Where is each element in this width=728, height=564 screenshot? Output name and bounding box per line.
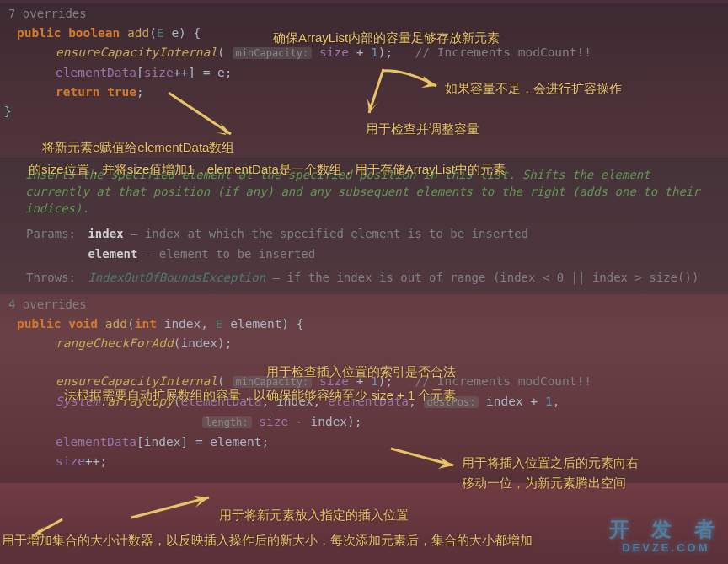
- operator: +: [356, 374, 364, 388]
- number: 1: [371, 374, 378, 388]
- code-line[interactable]: public boolean add(E e) {: [0, 24, 728, 43]
- number: 1: [545, 395, 553, 408]
- variable: index: [310, 415, 347, 428]
- dot: .: [99, 395, 107, 408]
- blank-line[interactable]: [0, 121, 728, 139]
- field-ref: elementData: [328, 395, 409, 408]
- arrow-icon: [125, 494, 217, 524]
- code-line[interactable]: }: [0, 102, 728, 121]
- comma: ,: [553, 395, 560, 408]
- annotation-text: 用于将新元素放入指定的插入位置: [219, 508, 409, 524]
- code-line[interactable]: rangeCheckForAdd(index);: [0, 334, 728, 353]
- keyword-void: void: [68, 317, 98, 330]
- keyword-public: public: [17, 26, 61, 40]
- paren: (: [217, 46, 225, 59]
- operator: ++: [174, 66, 188, 79]
- keyword-boolean: boolean: [68, 26, 120, 40]
- method-call: rangeCheckForAdd: [56, 336, 174, 350]
- operator: +: [356, 46, 364, 59]
- param: index: [164, 317, 201, 330]
- variable: index: [276, 395, 313, 408]
- semicolon: ;: [225, 66, 233, 79]
- field-ref: size: [259, 415, 288, 428]
- method-call: arraycopy: [107, 395, 174, 408]
- method-call: ensureCapacityInternal: [56, 374, 217, 388]
- keyword-int: int: [135, 317, 157, 330]
- doc-throws-desc: – if the index is out of range (: [265, 271, 500, 284]
- keyword-return: return: [56, 85, 99, 99]
- watermark-sub: DEVZE.COM: [609, 541, 723, 554]
- semicolon: ;: [261, 435, 269, 449]
- field-ref: size: [319, 374, 349, 388]
- paren: );: [347, 415, 361, 428]
- operator: =: [203, 66, 211, 79]
- bracket: ]: [188, 66, 195, 79]
- code-line[interactable]: elementData[size++] = e;: [0, 63, 728, 83]
- operator: +: [530, 395, 538, 408]
- code-editor[interactable]: 7 overrides public boolean add(E e) { en…: [0, 0, 728, 486]
- doc-description: Inserts the specified element at the spe…: [25, 168, 700, 215]
- keyword-public: public: [17, 317, 61, 330]
- comment: // Increments modCount!!: [415, 374, 592, 388]
- variable: index: [486, 395, 523, 408]
- param-hint: destPos:: [424, 396, 479, 408]
- paren: );: [378, 46, 393, 59]
- variable: index: [180, 336, 217, 350]
- code-line[interactable]: public void add(int index, E element) {: [0, 314, 728, 334]
- blank-line[interactable]: [0, 139, 728, 158]
- bracket: ]: [180, 435, 188, 449]
- method-call: ensureCapacityInternal: [56, 46, 217, 59]
- param: element: [230, 317, 281, 330]
- code-line[interactable]: size++;: [0, 452, 728, 471]
- comma: ,: [201, 317, 208, 330]
- doc-throws-label: Throws:: [25, 269, 76, 286]
- doc-param-desc: – index at which the specified element i…: [124, 227, 528, 240]
- code-line[interactable]: elementData[index] = element;: [0, 432, 728, 452]
- doc-code: index < 0 || index > size(): [500, 271, 692, 284]
- close-brace: }: [3, 103, 13, 121]
- doc-throws-end: ): [692, 271, 699, 284]
- operator: ++: [85, 454, 99, 468]
- semicolon: ;: [99, 454, 107, 468]
- semicolon: ;: [136, 85, 144, 99]
- method-name: add: [127, 26, 149, 40]
- bracket: [: [136, 435, 144, 449]
- code-line[interactable]: ensureCapacityInternal( minCapacity: siz…: [0, 372, 728, 392]
- code-line[interactable]: ensureCapacityInternal( minCapacity: siz…: [0, 43, 728, 63]
- code-line[interactable]: return true;: [0, 83, 728, 102]
- generic-type: E: [157, 26, 164, 40]
- param-hint: minCapacity:: [233, 47, 313, 59]
- paren: ): [281, 317, 289, 330]
- paren: (: [127, 317, 135, 330]
- class-ref: System: [56, 395, 99, 408]
- comma: ,: [409, 395, 416, 408]
- method-name: add: [105, 317, 127, 330]
- overrides-hint-2[interactable]: 4 overrides: [0, 294, 728, 314]
- generic-type: E: [216, 317, 223, 330]
- overrides-hint-1[interactable]: 7 overrides: [0, 3, 728, 24]
- doc-param-name: index: [88, 227, 123, 240]
- javadoc-block: Inserts the specified element at the spe…: [0, 158, 728, 294]
- code-line[interactable]: System.arraycopy(elementData, index, ele…: [0, 392, 728, 412]
- param-hint: minCapacity:: [233, 376, 313, 388]
- doc-throws-type[interactable]: IndexOutOfBoundsException: [88, 271, 265, 284]
- keyword-true: true: [107, 85, 136, 99]
- number: 1: [371, 46, 378, 59]
- variable: e: [217, 66, 225, 79]
- blank-line[interactable]: [0, 471, 728, 483]
- paren: (: [217, 374, 225, 388]
- comment: // Increments modCount!!: [415, 46, 592, 59]
- field-ref: size: [144, 66, 174, 79]
- watermark-text: 开 发 者: [609, 518, 723, 540]
- param: e: [171, 26, 179, 40]
- field-ref: elementData: [56, 66, 136, 79]
- bracket: [: [136, 66, 144, 79]
- code-line[interactable]: length: size - index);: [0, 412, 728, 432]
- arrow-icon: [29, 516, 71, 541]
- svg-marker-4: [194, 496, 209, 508]
- doc-param-desc: – element to be inserted: [137, 247, 315, 261]
- field-ref: size: [319, 46, 349, 59]
- field-ref: elementData: [180, 395, 261, 408]
- blank-line[interactable]: [0, 353, 728, 372]
- field-ref: size: [56, 454, 85, 468]
